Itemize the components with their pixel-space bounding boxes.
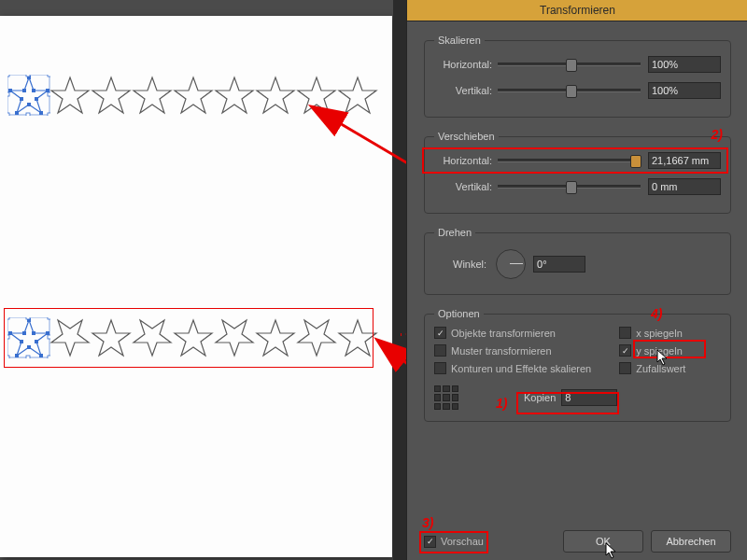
group-scale: Skalieren Horizontal: 100% Vertikal: 100… (424, 35, 731, 118)
move-v-label: Vertikal: (434, 181, 492, 192)
svg-rect-28 (22, 331, 26, 335)
svg-rect-26 (20, 340, 23, 343)
star[interactable] (7, 75, 50, 116)
scale-h-value[interactable]: 100% (648, 56, 721, 73)
star[interactable] (213, 317, 256, 358)
star[interactable] (213, 75, 256, 116)
star[interactable] (90, 317, 133, 358)
svg-rect-24 (27, 345, 31, 349)
group-move-legend: Verschieben (434, 131, 499, 142)
check-mirror-x[interactable]: x spiegeln (619, 327, 685, 339)
star[interactable] (49, 317, 92, 358)
check-label: Vorschau (441, 536, 484, 547)
checkbox-icon (434, 344, 446, 357)
group-options: Optionen ✓ Objekte transformieren Muster… (424, 308, 731, 422)
svg-rect-36 (7, 335, 9, 339)
svg-rect-3 (35, 97, 38, 101)
svg-rect-10 (7, 75, 49, 115)
check-transform-patterns[interactable]: Muster transformieren (434, 344, 591, 357)
scale-v-label: Vertikal: (434, 85, 492, 96)
star[interactable] (336, 75, 379, 116)
star[interactable] (7, 317, 50, 358)
star[interactable] (295, 75, 338, 116)
checkbox-icon (434, 362, 446, 374)
group-rotate: Drehen Winkel: 0° (424, 227, 731, 295)
scale-v-value[interactable]: 100% (648, 82, 721, 99)
dialog-title: Transformieren (407, 0, 747, 21)
annotation-1: 1) (496, 396, 507, 411)
svg-rect-27 (8, 331, 12, 335)
star-row-top (7, 75, 377, 116)
annotation-2: 2) (712, 127, 723, 142)
checkbox-icon: ✓ (619, 344, 631, 357)
button-label: OK (596, 536, 611, 547)
check-mirror-y[interactable]: ✓ y spiegeln (619, 344, 685, 357)
checkbox-icon (619, 362, 631, 374)
check-scale-strokes[interactable]: Konturen und Effekte skalieren (434, 362, 591, 374)
star-row-bottom (7, 317, 377, 358)
check-label: Konturen und Effekte skalieren (451, 363, 591, 374)
svg-rect-7 (20, 97, 23, 101)
star[interactable] (49, 75, 92, 116)
check-preview[interactable]: ✓ Vorschau 3) (424, 536, 484, 548)
check-label: Zufallswert (636, 363, 685, 374)
anchor-grid[interactable] (434, 385, 458, 410)
svg-rect-8 (8, 89, 12, 92)
scale-v-slider[interactable] (498, 89, 641, 92)
star[interactable] (254, 75, 297, 116)
angle-dial[interactable] (496, 249, 526, 279)
svg-rect-11 (7, 75, 9, 77)
svg-rect-23 (39, 354, 43, 357)
star[interactable] (131, 317, 174, 358)
move-v-slider[interactable] (498, 185, 641, 189)
scale-h-label: Horizontal: (434, 59, 492, 70)
annotation-4: 4) (651, 306, 662, 321)
rotate-value[interactable]: 0° (533, 256, 585, 273)
copies-value[interactable]: 8 (561, 389, 617, 406)
checkbox-icon: ✓ (424, 536, 436, 548)
check-label: x spiegeln (636, 328, 683, 339)
svg-rect-6 (15, 111, 19, 115)
transform-dialog: Transformieren Skalieren Horizontal: 100… (406, 0, 747, 560)
star[interactable] (90, 75, 133, 116)
check-label: Objekte transformieren (451, 328, 556, 339)
arrow-to-row-bottom (401, 333, 402, 336)
button-label: Abbrechen (666, 536, 715, 547)
group-scale-legend: Skalieren (434, 35, 485, 46)
move-v-value[interactable]: 0 mm (648, 178, 721, 195)
rotate-label: Winkel: (453, 259, 486, 270)
svg-rect-22 (35, 340, 38, 343)
svg-rect-17 (7, 92, 9, 96)
move-h-value[interactable]: 21,1667 mm (648, 152, 721, 169)
star[interactable] (254, 317, 297, 358)
svg-rect-35 (26, 356, 30, 358)
group-move: Verschieben Horizontal: 21,1667 mm Verti… (424, 131, 731, 214)
star[interactable] (172, 75, 215, 116)
check-transform-objects[interactable]: ✓ Objekte transformieren (434, 327, 591, 339)
ok-button[interactable]: OK (563, 530, 643, 553)
svg-rect-25 (15, 354, 19, 357)
check-label: Muster transformieren (451, 345, 552, 357)
star[interactable] (336, 317, 379, 358)
check-random[interactable]: Zufallswert (619, 362, 685, 374)
vertical-scrollbar[interactable] (393, 0, 406, 560)
star[interactable] (131, 75, 174, 116)
move-h-label: Horizontal: (434, 155, 492, 166)
svg-rect-32 (7, 356, 9, 358)
checkbox-icon: ✓ (434, 327, 446, 339)
group-options-legend: Optionen (434, 308, 484, 319)
checkbox-icon (619, 327, 631, 339)
star[interactable] (295, 317, 338, 358)
move-h-slider[interactable] (498, 159, 641, 162)
check-label: y spiegeln (636, 345, 683, 357)
svg-rect-5 (27, 103, 31, 106)
svg-rect-4 (39, 111, 43, 115)
svg-rect-9 (22, 89, 26, 92)
scale-h-slider[interactable] (498, 63, 641, 66)
svg-rect-34 (26, 317, 30, 319)
cancel-button[interactable]: Abbrechen (651, 530, 731, 553)
star[interactable] (172, 317, 215, 358)
svg-rect-15 (26, 75, 30, 77)
svg-rect-1 (32, 89, 35, 92)
svg-rect-13 (7, 113, 9, 116)
